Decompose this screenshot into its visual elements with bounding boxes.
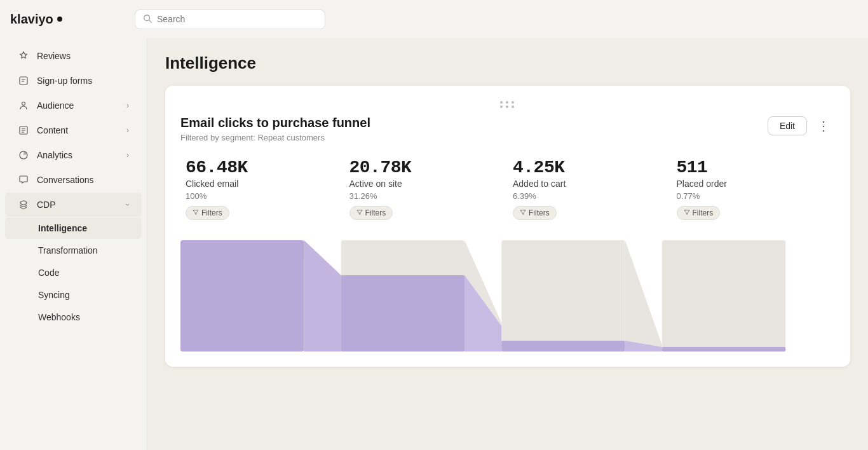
funnel-svg xyxy=(180,240,835,351)
funnel-stats: 66.48K Clicked email 100% Filters 2 xyxy=(180,158,835,230)
svg-rect-24 xyxy=(662,347,785,351)
sidebar-sub-label-transformation: Transformation xyxy=(38,245,98,256)
star-icon xyxy=(18,50,29,62)
stat-label-3: Placed order xyxy=(677,179,831,189)
card-title-group: Email clicks to purchase funnel Filtered… xyxy=(180,116,370,142)
sidebar-label-analytics: Analytics xyxy=(37,150,72,160)
funnel-stat-placed-order: 511 Placed order 0.77% Filters xyxy=(672,158,836,230)
sidebar-sub-item-transformation[interactable]: Transformation xyxy=(5,240,142,261)
sidebar-label-audience: Audience xyxy=(37,100,74,111)
stat-label-2: Added to cart xyxy=(513,179,667,189)
sidebar: Reviews Sign-up forms Audience xyxy=(0,38,147,450)
filter-label-0: Filters xyxy=(201,208,222,217)
sidebar-sub-label-webhooks: Webhooks xyxy=(38,312,80,322)
form-icon xyxy=(18,75,29,86)
more-options-button[interactable]: ⋮ xyxy=(812,116,835,136)
search-icon xyxy=(143,14,152,25)
drag-dots xyxy=(500,101,515,108)
sidebar-label-content: Content xyxy=(37,125,68,135)
stat-pct-1: 31.26% xyxy=(349,191,503,201)
sidebar-label-reviews: Reviews xyxy=(37,51,71,61)
audience-icon xyxy=(18,100,29,111)
svg-rect-18 xyxy=(180,240,304,351)
chevron-up-icon: › xyxy=(123,203,132,206)
stat-label-1: Active on site xyxy=(349,179,503,189)
filter-badge-2[interactable]: Filters xyxy=(513,206,557,220)
search-input[interactable] xyxy=(157,14,317,24)
filter-icon-2 xyxy=(520,208,526,217)
sidebar-sub-item-webhooks[interactable]: Webhooks xyxy=(5,306,142,328)
edit-button[interactable]: Edit xyxy=(768,116,807,135)
svg-rect-22 xyxy=(501,341,625,351)
chevron-down-icon: › xyxy=(126,151,129,160)
stat-value-1: 20.78K xyxy=(349,158,503,177)
card-subtitle: Filtered by segment: Repeat customers xyxy=(180,133,370,142)
funnel-stat-clicked-email: 66.48K Clicked email 100% Filters xyxy=(180,158,344,230)
sidebar-sub-label-syncing: Syncing xyxy=(38,290,70,300)
filter-icon-1 xyxy=(356,208,363,217)
svg-marker-19 xyxy=(304,240,341,351)
logo-text: klaviyo xyxy=(10,12,53,27)
svg-rect-20 xyxy=(341,275,465,351)
card-drag-handle[interactable] xyxy=(180,101,835,108)
sidebar-item-conversations[interactable]: Conversations xyxy=(5,168,142,192)
sidebar-item-cdp[interactable]: CDP › xyxy=(5,193,142,217)
sidebar-sub-item-code[interactable]: Code xyxy=(5,262,142,283)
top-header: klaviyo xyxy=(0,0,868,38)
logo-dot xyxy=(57,17,62,22)
page-title: Intelligence xyxy=(165,53,850,73)
sidebar-item-content[interactable]: Content › xyxy=(5,118,142,142)
stat-pct-0: 100% xyxy=(186,191,339,201)
funnel-stat-added-to-cart: 4.25K Added to cart 6.39% Filters xyxy=(508,158,672,230)
card-header: Email clicks to purchase funnel Filtered… xyxy=(180,116,835,142)
card-actions: Edit ⋮ xyxy=(768,116,835,136)
chevron-down-icon: › xyxy=(126,126,129,135)
cdp-icon xyxy=(18,199,29,210)
analytics-icon xyxy=(18,149,29,161)
content-icon xyxy=(18,125,29,136)
filter-label-2: Filters xyxy=(529,208,550,217)
sidebar-label-conversations: Conversations xyxy=(37,175,94,185)
svg-rect-2 xyxy=(20,77,27,85)
sidebar-item-analytics[interactable]: Analytics › xyxy=(5,143,142,167)
stat-value-0: 66.48K xyxy=(186,158,339,177)
sidebar-sub-label-intelligence: Intelligence xyxy=(38,223,87,233)
search-bar[interactable] xyxy=(135,10,325,29)
filter-icon-3 xyxy=(684,208,690,217)
svg-rect-15 xyxy=(501,240,625,351)
main-layout: Reviews Sign-up forms Audience xyxy=(0,38,868,450)
sidebar-sub-item-syncing[interactable]: Syncing xyxy=(5,284,142,306)
sidebar-sub-item-intelligence[interactable]: Intelligence xyxy=(5,217,142,239)
svg-marker-16 xyxy=(625,240,662,351)
content-area: Intelligence Email clicks to purchase fu… xyxy=(147,38,868,450)
svg-rect-17 xyxy=(662,240,785,351)
sidebar-label-cdp: CDP xyxy=(37,200,56,210)
stat-value-2: 4.25K xyxy=(513,158,667,177)
chevron-down-icon: › xyxy=(126,101,129,110)
filter-icon-0 xyxy=(193,208,199,217)
sidebar-item-signup-forms[interactable]: Sign-up forms xyxy=(5,69,142,93)
sidebar-item-audience[interactable]: Audience › xyxy=(5,93,142,118)
filter-label-1: Filters xyxy=(365,208,386,217)
filter-badge-0[interactable]: Filters xyxy=(186,206,229,220)
sidebar-sub-label-code: Code xyxy=(38,268,59,278)
stat-value-3: 511 xyxy=(677,158,831,177)
sidebar-label-signup-forms: Sign-up forms xyxy=(37,76,92,86)
card-title: Email clicks to purchase funnel xyxy=(180,116,370,130)
funnel-card: Email clicks to purchase funnel Filtered… xyxy=(165,86,850,367)
funnel-chart xyxy=(180,240,835,351)
funnel-stat-active-on-site: 20.78K Active on site 31.26% Filters xyxy=(344,158,508,230)
svg-point-5 xyxy=(22,102,25,106)
stat-pct-3: 0.77% xyxy=(677,191,831,201)
filter-badge-1[interactable]: Filters xyxy=(349,206,393,220)
conversations-icon xyxy=(18,174,29,186)
filter-badge-3[interactable]: Filters xyxy=(677,206,721,220)
svg-line-1 xyxy=(149,20,152,22)
sidebar-item-reviews[interactable]: Reviews xyxy=(5,44,142,68)
stat-label-0: Clicked email xyxy=(186,179,339,189)
logo[interactable]: klaviyo xyxy=(10,12,125,27)
stat-pct-2: 6.39% xyxy=(513,191,667,201)
filter-label-3: Filters xyxy=(693,208,714,217)
